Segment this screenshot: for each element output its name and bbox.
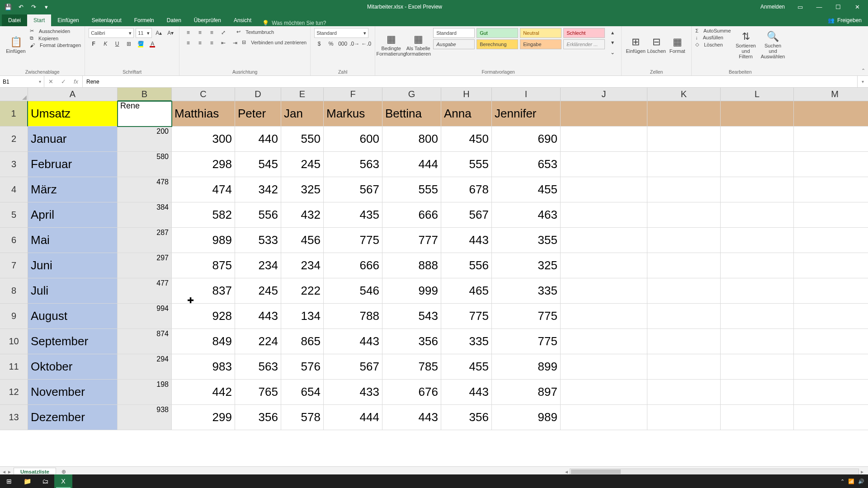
cell[interactable] bbox=[794, 101, 868, 127]
column-header[interactable]: G bbox=[382, 88, 441, 101]
tab-view[interactable]: Ansicht bbox=[227, 14, 258, 26]
cell[interactable]: Januar bbox=[28, 127, 118, 152]
fill-color-button[interactable]: 🪣 bbox=[136, 39, 146, 48]
cell[interactable] bbox=[561, 152, 647, 177]
cell[interactable] bbox=[647, 202, 721, 228]
column-header[interactable]: L bbox=[721, 88, 794, 101]
cell[interactable]: 849 bbox=[172, 329, 235, 354]
styles-scroll-up[interactable]: ▴ bbox=[608, 28, 618, 37]
cell[interactable]: 897 bbox=[492, 380, 561, 405]
qat-customize[interactable]: ▾ bbox=[41, 2, 52, 12]
cell[interactable] bbox=[647, 228, 721, 253]
cell[interactable]: 245 bbox=[235, 278, 281, 304]
cell[interactable] bbox=[561, 202, 647, 228]
format-as-table-button[interactable]: ▦Als Tabelle formatieren bbox=[406, 28, 430, 62]
cell[interactable]: 600 bbox=[324, 127, 382, 152]
close-button[interactable]: ✕ bbox=[848, 0, 866, 13]
cell[interactable]: 433 bbox=[324, 380, 382, 405]
cell[interactable]: 356 bbox=[235, 405, 281, 430]
cell[interactable]: 546 bbox=[324, 278, 382, 304]
cell[interactable] bbox=[647, 127, 721, 152]
cell[interactable]: 556 bbox=[441, 253, 492, 278]
save-button[interactable]: 💾 bbox=[3, 2, 14, 12]
cell[interactable]: 335 bbox=[492, 278, 561, 304]
cell[interactable]: 567 bbox=[324, 354, 382, 380]
paste-button[interactable]: 📋 Einfügen bbox=[4, 28, 28, 62]
column-header[interactable]: D bbox=[235, 88, 281, 101]
cell[interactable] bbox=[721, 405, 794, 430]
row-header[interactable]: 1 bbox=[0, 101, 28, 127]
cell[interactable] bbox=[647, 329, 721, 354]
maximize-button[interactable]: ☐ bbox=[829, 0, 847, 13]
cell[interactable]: März bbox=[28, 177, 118, 202]
cell[interactable] bbox=[721, 253, 794, 278]
cell[interactable]: 465 bbox=[441, 278, 492, 304]
cell[interactable]: 556 bbox=[235, 202, 281, 228]
cell[interactable]: 994 bbox=[118, 304, 172, 329]
row-header[interactable]: 8 bbox=[0, 278, 28, 304]
cell[interactable]: 300 bbox=[172, 127, 235, 152]
cell[interactable]: 335 bbox=[441, 329, 492, 354]
row-header[interactable]: 6 bbox=[0, 228, 28, 253]
cell[interactable]: 555 bbox=[382, 177, 441, 202]
find-select-button[interactable]: 🔍Suchen und Auswählen bbox=[761, 28, 785, 62]
sort-filter-button[interactable]: ⇅Sortieren und Filtern bbox=[734, 28, 758, 62]
cell[interactable] bbox=[794, 177, 868, 202]
cell[interactable] bbox=[647, 278, 721, 304]
cell[interactable]: 999 bbox=[382, 278, 441, 304]
format-painter-button[interactable]: 🖌 Format übertragen bbox=[30, 42, 81, 48]
increase-font-button[interactable]: A▴ bbox=[154, 28, 164, 38]
cell[interactable]: 432 bbox=[281, 202, 324, 228]
align-right-button[interactable]: ≡ bbox=[207, 38, 217, 47]
ribbon-display-options[interactable]: ▭ bbox=[791, 0, 809, 13]
row-header[interactable]: 11 bbox=[0, 354, 28, 380]
align-top-button[interactable]: ≡ bbox=[183, 28, 193, 37]
expand-formula-bar[interactable]: ▾ bbox=[857, 76, 868, 87]
column-header[interactable]: B bbox=[118, 88, 172, 101]
cell[interactable]: 545 bbox=[235, 152, 281, 177]
orientation-button[interactable]: ⤢ bbox=[218, 28, 228, 37]
cell[interactable] bbox=[561, 101, 647, 127]
cell[interactable]: 298 bbox=[172, 152, 235, 177]
cell[interactable]: 555 bbox=[441, 152, 492, 177]
taskbar-folder[interactable]: 🗂 bbox=[36, 474, 54, 488]
sheet-nav-last[interactable]: ▸ bbox=[8, 469, 11, 475]
spreadsheet-grid[interactable]: ABCDEFGHIJKLM 12345678910111213 UmsatzRe… bbox=[0, 88, 868, 466]
style-berechnung[interactable]: Berechnung bbox=[476, 39, 518, 49]
cell[interactable]: Jennifer bbox=[492, 101, 561, 127]
cell[interactable]: 550 bbox=[281, 127, 324, 152]
cell[interactable] bbox=[647, 354, 721, 380]
cell[interactable]: Dezember bbox=[28, 405, 118, 430]
column-header[interactable]: C bbox=[172, 88, 235, 101]
cell[interactable]: 443 bbox=[441, 228, 492, 253]
cell[interactable] bbox=[721, 127, 794, 152]
cell[interactable] bbox=[721, 380, 794, 405]
cell[interactable]: 474 bbox=[172, 177, 235, 202]
cell[interactable]: Juni bbox=[28, 253, 118, 278]
cell[interactable]: 222 bbox=[281, 278, 324, 304]
cell[interactable] bbox=[794, 253, 868, 278]
cell[interactable] bbox=[647, 253, 721, 278]
cell[interactable]: 788 bbox=[324, 304, 382, 329]
cell[interactable]: 224 bbox=[235, 329, 281, 354]
cell[interactable]: 287 bbox=[118, 228, 172, 253]
cell[interactable]: 477 bbox=[118, 278, 172, 304]
cell[interactable]: 444 bbox=[382, 152, 441, 177]
cell[interactable]: 678 bbox=[441, 177, 492, 202]
cell[interactable] bbox=[794, 127, 868, 152]
cell[interactable] bbox=[721, 354, 794, 380]
tab-insert[interactable]: Einfügen bbox=[51, 14, 85, 26]
cell[interactable]: 297 bbox=[118, 253, 172, 278]
cell[interactable]: 356 bbox=[382, 329, 441, 354]
cell[interactable]: 543 bbox=[382, 304, 441, 329]
cell[interactable]: Mai bbox=[28, 228, 118, 253]
cell[interactable]: September bbox=[28, 329, 118, 354]
row-header[interactable]: 5 bbox=[0, 202, 28, 228]
cell[interactable]: 983 bbox=[172, 354, 235, 380]
cell[interactable]: 478 bbox=[118, 177, 172, 202]
style-standard[interactable]: Standard bbox=[433, 28, 475, 38]
cell[interactable] bbox=[647, 101, 721, 127]
cell[interactable]: 325 bbox=[492, 253, 561, 278]
cell[interactable]: 576 bbox=[281, 354, 324, 380]
column-header[interactable]: I bbox=[492, 88, 561, 101]
